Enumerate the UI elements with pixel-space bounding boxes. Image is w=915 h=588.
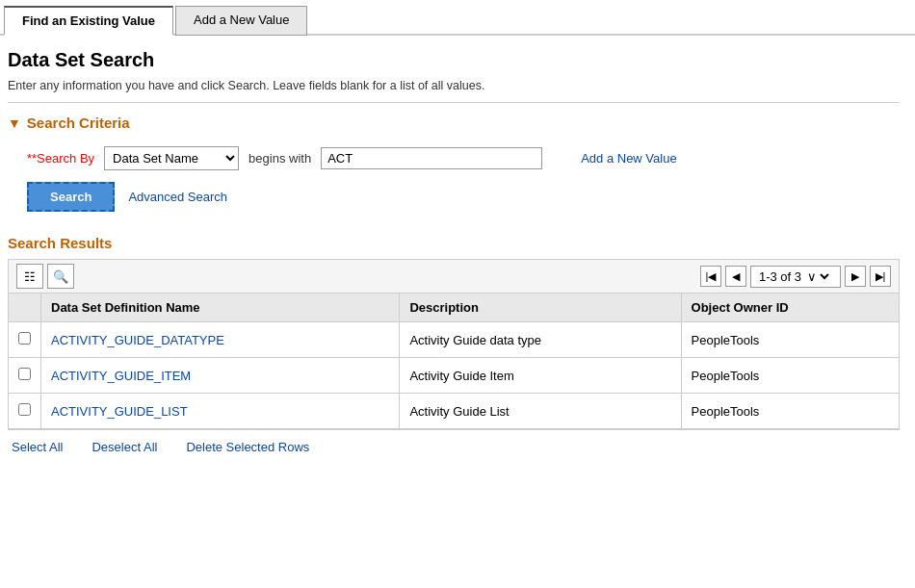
- row-description: Activity Guide List: [400, 394, 681, 429]
- search-button[interactable]: Search: [27, 182, 115, 212]
- table-row: ACTIVITY_GUIDE_LISTActivity Guide ListPe…: [9, 394, 900, 429]
- search-by-select[interactable]: Data Set Name: [104, 146, 239, 170]
- results-table: Data Set Definition Name Description Obj…: [8, 293, 900, 429]
- tab-find-existing[interactable]: Find an Existing Value: [4, 6, 173, 36]
- row-name: ACTIVITY_GUIDE_LIST: [41, 394, 400, 429]
- results-toolbar: ☷ 🔍 |◀ ◀ 1-3 of 3 ∨ ▶ ▶|: [8, 259, 900, 293]
- row-checkbox-cell: [9, 394, 41, 429]
- tabs-bar: Find an Existing Value Add a New Value: [0, 0, 915, 36]
- begins-with-label: begins with: [248, 151, 311, 166]
- row-description: Activity Guide Item: [400, 358, 681, 394]
- row-owner: PeopleTools: [681, 394, 899, 429]
- row-checkbox-cell: [9, 322, 41, 358]
- page-subtitle: Enter any information you have and click…: [8, 79, 900, 92]
- pagination-text: 1-3 of 3: [759, 269, 801, 284]
- first-page-button[interactable]: |◀: [700, 266, 721, 287]
- search-by-label: **Search By: [27, 151, 94, 166]
- tab-find-existing-label: Find an Existing Value: [22, 13, 155, 28]
- collapse-arrow-icon[interactable]: ▼: [8, 115, 21, 131]
- search-by-text: *Search By: [32, 151, 94, 166]
- row-checkbox-cell: [9, 358, 41, 394]
- tab-add-new-label: Add a New Value: [194, 13, 290, 27]
- row-name: ACTIVITY_GUIDE_ITEM: [41, 358, 400, 394]
- last-page-button[interactable]: ▶|: [870, 266, 891, 287]
- col-header-name: Data Set Definition Name: [41, 294, 400, 322]
- delete-selected-link[interactable]: Delete Selected Rows: [186, 440, 309, 454]
- table-header-row: Data Set Definition Name Description Obj…: [9, 294, 900, 322]
- deselect-all-link[interactable]: Deselect All: [92, 440, 157, 454]
- row-checkbox[interactable]: [18, 403, 31, 416]
- row-name-link[interactable]: ACTIVITY_GUIDE_ITEM: [51, 369, 191, 383]
- advanced-search-link[interactable]: Advanced Search: [128, 190, 227, 204]
- search-buttons: Search Advanced Search: [27, 182, 900, 212]
- main-content: Data Set Search Enter any information yo…: [0, 36, 915, 468]
- toolbar-left: ☷ 🔍: [16, 264, 74, 289]
- row-name: ACTIVITY_GUIDE_DATATYPE: [41, 322, 400, 358]
- search-results-title: Search Results: [8, 235, 900, 251]
- row-checkbox[interactable]: [18, 368, 31, 380]
- table-row: ACTIVITY_GUIDE_DATATYPEActivity Guide da…: [9, 322, 900, 358]
- col-header-owner: Object Owner ID: [681, 294, 899, 322]
- grid-icon: ☷: [24, 269, 36, 284]
- add-new-value-link[interactable]: Add a New Value: [581, 151, 677, 166]
- row-name-link[interactable]: ACTIVITY_GUIDE_DATATYPE: [51, 333, 224, 347]
- page-info: 1-3 of 3 ∨: [750, 266, 841, 288]
- row-owner: PeopleTools: [681, 322, 899, 358]
- bottom-actions: Select All Deselect All Delete Selected …: [8, 429, 900, 458]
- toolbar-right: |◀ ◀ 1-3 of 3 ∨ ▶ ▶|: [700, 266, 891, 288]
- col-header-checkbox: [9, 294, 41, 322]
- col-header-description: Description: [400, 294, 681, 322]
- toolbar-search-icon[interactable]: 🔍: [47, 264, 74, 289]
- prev-page-button[interactable]: ◀: [725, 266, 746, 287]
- search-criteria-header: ▼ Search Criteria: [8, 115, 900, 131]
- row-checkbox[interactable]: [18, 332, 31, 345]
- next-page-button[interactable]: ▶: [845, 266, 866, 287]
- page-select[interactable]: ∨: [803, 268, 832, 285]
- search-form: **Search By Data Set Name begins with Ad…: [27, 146, 900, 170]
- select-all-link[interactable]: Select All: [12, 440, 63, 454]
- table-row: ACTIVITY_GUIDE_ITEMActivity Guide ItemPe…: [9, 358, 900, 394]
- magnifier-icon: 🔍: [53, 269, 68, 284]
- row-owner: PeopleTools: [681, 358, 899, 394]
- tab-add-new[interactable]: Add a New Value: [175, 6, 308, 36]
- search-input[interactable]: [321, 147, 542, 169]
- page-title: Data Set Search: [8, 49, 900, 71]
- row-name-link[interactable]: ACTIVITY_GUIDE_LIST: [51, 404, 188, 419]
- row-description: Activity Guide data type: [400, 322, 681, 358]
- toolbar-grid-icon[interactable]: ☷: [16, 264, 43, 289]
- search-criteria-title: Search Criteria: [27, 115, 130, 131]
- divider: [8, 102, 900, 103]
